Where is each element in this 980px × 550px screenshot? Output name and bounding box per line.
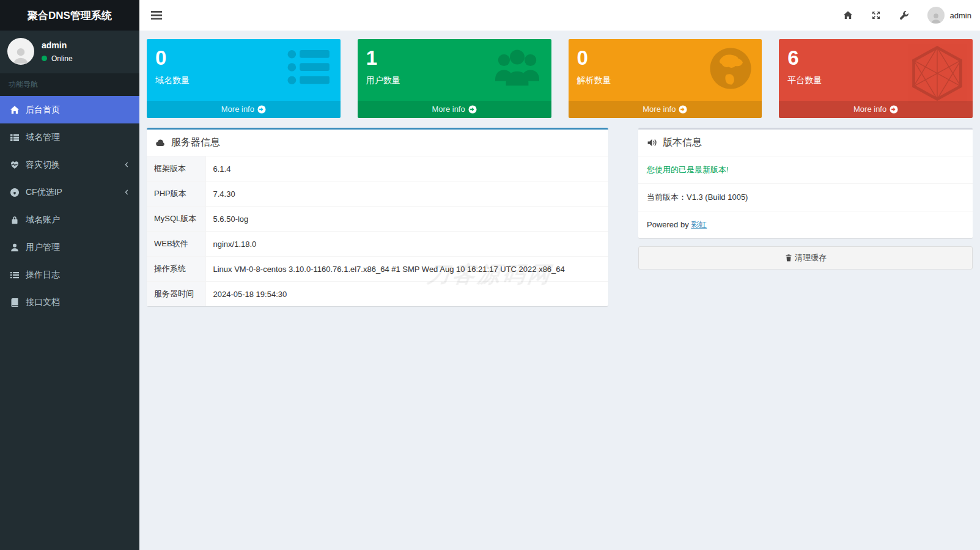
table-row: MySQL版本 5.6.50-log xyxy=(147,207,608,232)
sidebar-item-label: 操作日志 xyxy=(26,270,60,280)
avatar xyxy=(7,38,34,65)
version-latest-text: 您使用的已是最新版本! xyxy=(638,156,973,184)
row-label: 服务器时间 xyxy=(147,282,205,307)
sidebar-item-cf-ip[interactable]: CF优选IP xyxy=(0,178,139,206)
stat-label: 平台数量 xyxy=(787,75,964,86)
more-info-link[interactable]: More info xyxy=(779,101,973,118)
stat-box-records: 0 解析数量 More info xyxy=(569,39,762,118)
sidebar-item-domain-manage[interactable]: 域名管理 xyxy=(0,123,139,151)
hamburger-icon xyxy=(151,11,162,20)
more-info-link[interactable]: More info xyxy=(147,101,341,118)
chevron-left-icon xyxy=(123,161,131,169)
powered-by-link[interactable]: 彩虹 xyxy=(691,220,707,229)
sidebar-item-api-docs[interactable]: 接口文档 xyxy=(0,288,139,316)
row-label: MySQL版本 xyxy=(147,207,205,232)
sidebar-item-operation-log[interactable]: 操作日志 xyxy=(0,261,139,288)
user-menu[interactable]: admin xyxy=(927,7,971,24)
sidebar-item-failover[interactable]: 容灾切换 xyxy=(0,151,139,178)
stat-box-domains: 0 域名数量 More info xyxy=(147,39,341,118)
heartbeat-icon xyxy=(10,160,20,170)
table-row: 服务器时间 2024-05-18 19:54:30 xyxy=(147,282,608,307)
more-info-label: More info xyxy=(643,105,676,114)
more-info-label: More info xyxy=(221,105,254,114)
stat-value: 1 xyxy=(366,46,543,70)
volume-icon xyxy=(647,138,657,148)
stat-value: 6 xyxy=(787,46,964,70)
sidebar-username: admin xyxy=(42,40,73,50)
table-row: 框架版本 6.1.4 xyxy=(147,156,608,182)
arrow-circle-right-icon xyxy=(468,105,477,114)
row-value: 2024-05-18 19:54:30 xyxy=(205,282,608,307)
navbar-username: admin xyxy=(950,11,971,20)
row-label: 框架版本 xyxy=(147,156,205,182)
panel-title: 服务器信息 xyxy=(171,136,220,149)
online-status-label: Online xyxy=(51,54,73,63)
sidebar-item-dashboard[interactable]: 后台首页 xyxy=(0,96,139,123)
row-label: PHP版本 xyxy=(147,182,205,207)
app-logo[interactable]: 聚合DNS管理系统 xyxy=(0,0,139,31)
stat-box-platforms: 6 平台数量 xyxy=(779,39,973,118)
row-label: WEB软件 xyxy=(147,232,205,257)
list-icon xyxy=(10,270,20,280)
nav-section-header: 功能导航 xyxy=(0,73,139,96)
wrench-icon[interactable] xyxy=(899,10,909,20)
sidebar-user-panel: admin Online xyxy=(0,31,139,73)
avatar xyxy=(927,7,945,24)
sidebar-item-label: 域名管理 xyxy=(26,132,60,143)
row-value: 5.6.50-log xyxy=(205,207,608,232)
top-navbar: admin xyxy=(139,0,980,31)
stat-value: 0 xyxy=(155,46,332,70)
sidebar-toggle-button[interactable] xyxy=(146,6,168,24)
more-info-label: More info xyxy=(432,105,465,114)
server-info-table: 框架版本 6.1.4 PHP版本 7.4.30 MySQL版本 5.6.50-l… xyxy=(147,156,608,306)
trash-icon xyxy=(784,254,793,262)
server-info-panel: 服务器信息 框架版本 6.1.4 PHP版本 7.4.30 MySQL版 xyxy=(147,128,608,306)
arrow-circle-right-icon xyxy=(890,105,898,114)
more-info-link[interactable]: More info xyxy=(569,101,762,118)
book-icon xyxy=(10,298,20,307)
sidebar-item-label: 后台首页 xyxy=(26,105,60,116)
user-icon xyxy=(10,243,20,252)
online-status-dot xyxy=(42,56,47,61)
clear-cache-label: 清理缓存 xyxy=(795,252,827,263)
home-icon xyxy=(10,105,20,115)
sidebar-item-label: 接口文档 xyxy=(26,297,60,308)
panel-title: 版本信息 xyxy=(663,136,702,149)
lock-icon xyxy=(10,215,20,225)
sidebar-item-label: 容灾切换 xyxy=(26,160,60,170)
cloud-icon xyxy=(155,138,166,148)
right-column: 版本信息 您使用的已是最新版本! 当前版本：V1.3 (Build 1005) … xyxy=(638,128,973,270)
version-current-text: 当前版本：V1.3 (Build 1005) xyxy=(638,184,973,211)
row-value: 6.1.4 xyxy=(205,156,608,182)
sidebar-item-label: 用户管理 xyxy=(26,242,60,253)
fullscreen-icon[interactable] xyxy=(871,10,881,20)
sidebar-nav: 后台首页 域名管理 容灾切换 CF优选IP xyxy=(0,96,139,316)
row-value: 7.4.30 xyxy=(205,182,608,207)
clear-cache-button[interactable]: 清理缓存 xyxy=(638,246,973,270)
sidebar-item-user-manage[interactable]: 用户管理 xyxy=(0,233,139,261)
stat-label: 解析数量 xyxy=(577,75,754,86)
powered-by-row: Powered by 彩虹 xyxy=(638,211,973,238)
row-value: nginx/1.18.0 xyxy=(205,232,608,257)
table-row: PHP版本 7.4.30 xyxy=(147,182,608,207)
table-row: WEB软件 nginx/1.18.0 xyxy=(147,232,608,257)
table-row: 操作系统 Linux VM-0-8-centos 3.10.0-1160.76.… xyxy=(147,257,608,282)
sidebar-item-label: CF优选IP xyxy=(26,187,62,198)
home-icon[interactable] xyxy=(843,10,853,20)
chevron-left-icon xyxy=(123,188,131,196)
stat-label: 域名数量 xyxy=(155,75,332,86)
th-list-icon xyxy=(10,133,20,142)
stat-box-row: 0 域名数量 More info xyxy=(147,39,973,118)
powered-by-prefix: Powered by xyxy=(647,220,691,229)
sidebar-item-domain-accounts[interactable]: 域名账户 xyxy=(0,206,139,233)
more-info-label: More info xyxy=(853,105,886,114)
content: 0 域名数量 More info xyxy=(139,31,980,315)
row-value: Linux VM-0-8-centos 3.10.0-1160.76.1.el7… xyxy=(205,257,608,282)
person-silhouette-icon xyxy=(929,12,943,24)
sidebar-item-label: 域名账户 xyxy=(26,215,60,226)
sidebar: 聚合DNS管理系统 admin Online 功能导航 后台首页 xyxy=(0,0,139,550)
row-label: 操作系统 xyxy=(147,257,205,282)
more-info-link[interactable]: More info xyxy=(358,101,551,118)
app-title: 聚合DNS管理系统 xyxy=(28,9,112,23)
person-silhouette-icon xyxy=(10,45,31,65)
